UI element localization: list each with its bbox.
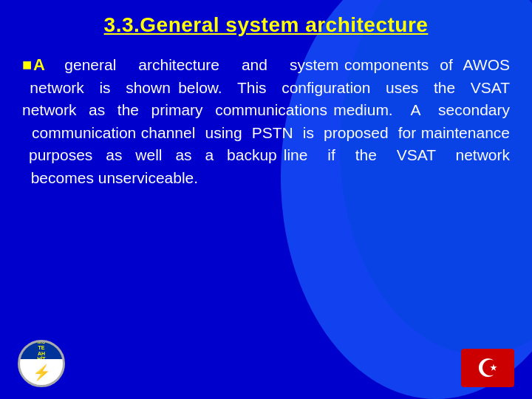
logo-circle: MÜTEAHHİT ⚡ bbox=[18, 340, 65, 387]
flag-area: ☪ bbox=[461, 349, 514, 387]
logo-bottom: ⚡ bbox=[20, 359, 63, 385]
body-text: ■A general architecture and system compo… bbox=[22, 53, 510, 189]
logo-inner: MÜTEAHHİT ⚡ bbox=[20, 342, 63, 385]
main-content: 3.3.General system architecture ■A gener… bbox=[0, 0, 532, 202]
lightning-icon: ⚡ bbox=[33, 364, 51, 381]
logo-area: MÜTEAHHİT ⚡ bbox=[18, 340, 65, 387]
logo-top: MÜTEAHHİT bbox=[20, 342, 63, 359]
body-paragraph-container: ■A general architecture and system compo… bbox=[22, 53, 510, 189]
page-title: 3.3.General system architecture bbox=[22, 13, 510, 37]
crescent-star-icon: ☪ bbox=[477, 355, 499, 381]
bullet-marker: ■A bbox=[22, 55, 45, 74]
